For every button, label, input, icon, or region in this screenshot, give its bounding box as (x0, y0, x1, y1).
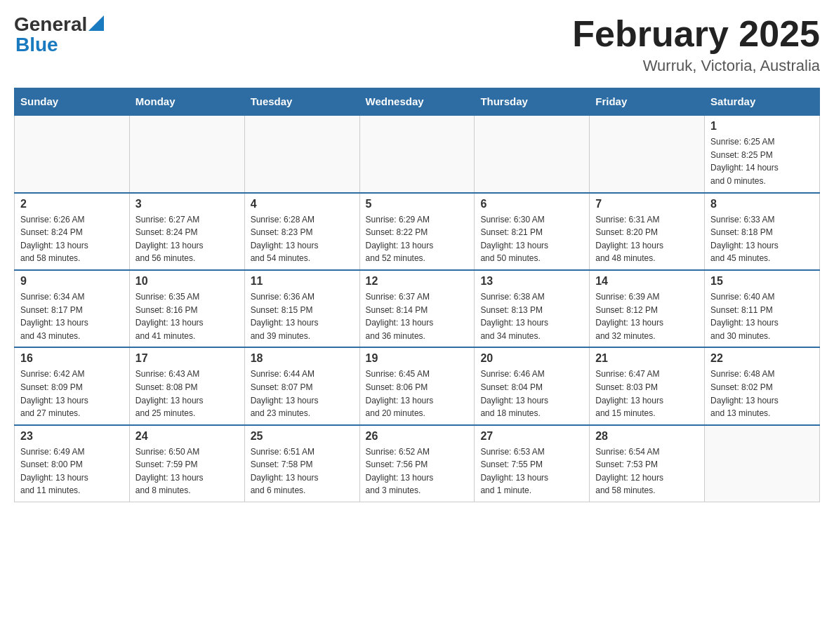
table-row: 26Sunrise: 6:52 AM Sunset: 7:56 PM Dayli… (359, 425, 475, 502)
table-row: 1Sunrise: 6:25 AM Sunset: 8:25 PM Daylig… (705, 115, 820, 192)
table-row: 10Sunrise: 6:35 AM Sunset: 8:16 PM Dayli… (129, 270, 244, 347)
day-number: 10 (135, 275, 239, 288)
table-row: 12Sunrise: 6:37 AM Sunset: 8:14 PM Dayli… (359, 270, 475, 347)
day-info: Sunrise: 6:43 AM Sunset: 8:08 PM Dayligh… (135, 368, 239, 420)
table-row: 8Sunrise: 6:33 AM Sunset: 8:18 PM Daylig… (705, 193, 820, 270)
day-info: Sunrise: 6:37 AM Sunset: 8:14 PM Dayligh… (366, 290, 469, 342)
table-row: 13Sunrise: 6:38 AM Sunset: 8:13 PM Dayli… (475, 270, 590, 347)
calendar-week-row: 2Sunrise: 6:26 AM Sunset: 8:24 PM Daylig… (15, 193, 820, 270)
calendar-week-row: 1Sunrise: 6:25 AM Sunset: 8:25 PM Daylig… (15, 115, 820, 192)
table-row (359, 115, 475, 192)
day-info: Sunrise: 6:49 AM Sunset: 8:00 PM Dayligh… (20, 445, 124, 497)
svg-marker-0 (88, 15, 104, 31)
day-number: 21 (595, 352, 699, 365)
calendar-title: February 2025 (572, 14, 820, 54)
weekday-header-row: Sunday Monday Tuesday Wednesday Thursday… (15, 88, 820, 116)
header-friday: Friday (590, 88, 705, 116)
day-info: Sunrise: 6:29 AM Sunset: 8:22 PM Dayligh… (366, 213, 469, 265)
table-row: 16Sunrise: 6:42 AM Sunset: 8:09 PM Dayli… (15, 347, 130, 424)
table-row: 23Sunrise: 6:49 AM Sunset: 8:00 PM Dayli… (15, 425, 130, 502)
day-info: Sunrise: 6:31 AM Sunset: 8:20 PM Dayligh… (595, 213, 699, 265)
table-row: 27Sunrise: 6:53 AM Sunset: 7:55 PM Dayli… (475, 425, 590, 502)
table-row (705, 425, 820, 502)
day-number: 17 (135, 352, 239, 365)
header-sunday: Sunday (15, 88, 130, 116)
table-row: 21Sunrise: 6:47 AM Sunset: 8:03 PM Dayli… (590, 347, 705, 424)
day-info: Sunrise: 6:51 AM Sunset: 7:58 PM Dayligh… (251, 445, 354, 497)
day-number: 25 (251, 430, 354, 443)
table-row: 25Sunrise: 6:51 AM Sunset: 7:58 PM Dayli… (244, 425, 359, 502)
day-number: 5 (366, 198, 469, 210)
day-info: Sunrise: 6:26 AM Sunset: 8:24 PM Dayligh… (20, 213, 124, 265)
header-saturday: Saturday (705, 88, 820, 116)
day-info: Sunrise: 6:27 AM Sunset: 8:24 PM Dayligh… (135, 213, 239, 265)
day-number: 1 (710, 120, 814, 133)
calendar-week-row: 9Sunrise: 6:34 AM Sunset: 8:17 PM Daylig… (15, 270, 820, 347)
table-row: 14Sunrise: 6:39 AM Sunset: 8:12 PM Dayli… (590, 270, 705, 347)
day-info: Sunrise: 6:48 AM Sunset: 8:02 PM Dayligh… (710, 368, 814, 420)
logo-text-blue: Blue (15, 34, 58, 56)
logo: General Blue (14, 14, 104, 56)
table-row: 22Sunrise: 6:48 AM Sunset: 8:02 PM Dayli… (705, 347, 820, 424)
day-info: Sunrise: 6:33 AM Sunset: 8:18 PM Dayligh… (710, 213, 814, 265)
calendar-table: Sunday Monday Tuesday Wednesday Thursday… (14, 88, 820, 502)
day-number: 28 (595, 430, 699, 443)
table-row: 7Sunrise: 6:31 AM Sunset: 8:20 PM Daylig… (590, 193, 705, 270)
table-row: 17Sunrise: 6:43 AM Sunset: 8:08 PM Dayli… (129, 347, 244, 424)
day-info: Sunrise: 6:25 AM Sunset: 8:25 PM Dayligh… (710, 135, 814, 187)
table-row (15, 115, 130, 192)
day-number: 4 (251, 198, 354, 210)
table-row: 18Sunrise: 6:44 AM Sunset: 8:07 PM Dayli… (244, 347, 359, 424)
table-row: 28Sunrise: 6:54 AM Sunset: 7:53 PM Dayli… (590, 425, 705, 502)
header-tuesday: Tuesday (244, 88, 359, 116)
calendar-subtitle: Wurruk, Victoria, Australia (572, 57, 820, 75)
table-row: 24Sunrise: 6:50 AM Sunset: 7:59 PM Dayli… (129, 425, 244, 502)
table-row (590, 115, 705, 192)
day-number: 19 (366, 352, 469, 365)
table-row: 4Sunrise: 6:28 AM Sunset: 8:23 PM Daylig… (244, 193, 359, 270)
day-info: Sunrise: 6:53 AM Sunset: 7:55 PM Dayligh… (480, 445, 583, 497)
table-row: 5Sunrise: 6:29 AM Sunset: 8:22 PM Daylig… (359, 193, 475, 270)
day-info: Sunrise: 6:34 AM Sunset: 8:17 PM Dayligh… (20, 290, 124, 342)
page-header: General Blue February 2025 Wurruk, Victo… (14, 14, 820, 75)
header-wednesday: Wednesday (359, 88, 475, 116)
logo-text-general: General (14, 14, 87, 36)
day-number: 3 (135, 198, 239, 210)
logo-triangle-icon (88, 15, 104, 31)
table-row: 3Sunrise: 6:27 AM Sunset: 8:24 PM Daylig… (129, 193, 244, 270)
day-number: 9 (20, 275, 124, 288)
table-row: 15Sunrise: 6:40 AM Sunset: 8:11 PM Dayli… (705, 270, 820, 347)
day-number: 26 (366, 430, 469, 443)
day-number: 6 (480, 198, 583, 210)
day-info: Sunrise: 6:36 AM Sunset: 8:15 PM Dayligh… (251, 290, 354, 342)
table-row: 11Sunrise: 6:36 AM Sunset: 8:15 PM Dayli… (244, 270, 359, 347)
day-info: Sunrise: 6:52 AM Sunset: 7:56 PM Dayligh… (366, 445, 469, 497)
day-number: 14 (595, 275, 699, 288)
day-info: Sunrise: 6:50 AM Sunset: 7:59 PM Dayligh… (135, 445, 239, 497)
title-area: February 2025 Wurruk, Victoria, Australi… (572, 14, 820, 75)
table-row: 9Sunrise: 6:34 AM Sunset: 8:17 PM Daylig… (15, 270, 130, 347)
day-number: 8 (710, 198, 814, 210)
table-row: 19Sunrise: 6:45 AM Sunset: 8:06 PM Dayli… (359, 347, 475, 424)
table-row: 20Sunrise: 6:46 AM Sunset: 8:04 PM Dayli… (475, 347, 590, 424)
day-number: 7 (595, 198, 699, 210)
day-info: Sunrise: 6:35 AM Sunset: 8:16 PM Dayligh… (135, 290, 239, 342)
day-number: 11 (251, 275, 354, 288)
day-info: Sunrise: 6:46 AM Sunset: 8:04 PM Dayligh… (480, 368, 583, 420)
day-number: 12 (366, 275, 469, 288)
table-row: 6Sunrise: 6:30 AM Sunset: 8:21 PM Daylig… (475, 193, 590, 270)
day-number: 24 (135, 430, 239, 443)
table-row (475, 115, 590, 192)
calendar-week-row: 23Sunrise: 6:49 AM Sunset: 8:00 PM Dayli… (15, 425, 820, 502)
day-info: Sunrise: 6:40 AM Sunset: 8:11 PM Dayligh… (710, 290, 814, 342)
day-number: 15 (710, 275, 814, 288)
day-info: Sunrise: 6:39 AM Sunset: 8:12 PM Dayligh… (595, 290, 699, 342)
day-number: 27 (480, 430, 583, 443)
day-info: Sunrise: 6:45 AM Sunset: 8:06 PM Dayligh… (366, 368, 469, 420)
header-thursday: Thursday (475, 88, 590, 116)
day-number: 18 (251, 352, 354, 365)
calendar-week-row: 16Sunrise: 6:42 AM Sunset: 8:09 PM Dayli… (15, 347, 820, 424)
day-info: Sunrise: 6:38 AM Sunset: 8:13 PM Dayligh… (480, 290, 583, 342)
day-number: 13 (480, 275, 583, 288)
table-row (129, 115, 244, 192)
